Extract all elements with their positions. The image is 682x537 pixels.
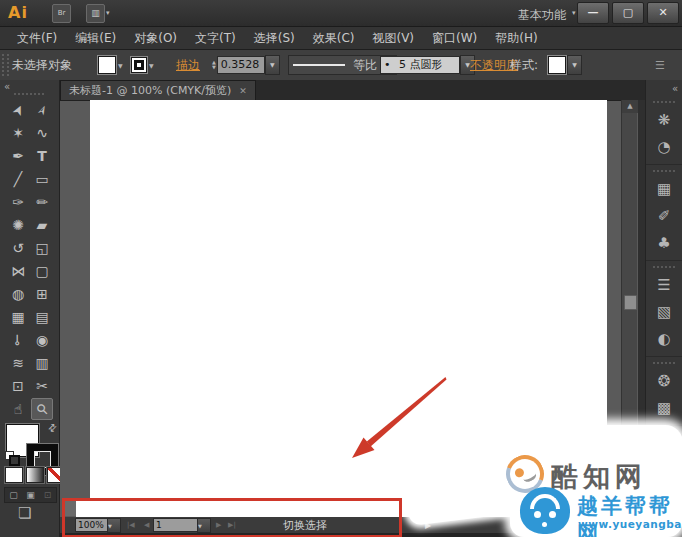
stroke-color-swatch[interactable] [131, 57, 147, 73]
dock-gripper[interactable] [653, 266, 675, 268]
stroke-caret-icon[interactable]: ▼ [149, 62, 154, 69]
zoom-tool[interactable]: ⚲ [31, 398, 53, 420]
hand-tool-icon: ☝ [14, 401, 23, 417]
tab-close-icon[interactable]: ✕ [239, 86, 247, 96]
screen-mode-icon[interactable]: ❏ [18, 504, 31, 522]
brushes-panel-icon[interactable]: ✐ [658, 202, 671, 229]
transparency-panel-icon[interactable]: ◐ [657, 325, 670, 352]
selection-tool[interactable]: ➤ [7, 99, 29, 121]
menu-view[interactable]: 视图(V) [363, 27, 423, 50]
appearance-panel-icon[interactable]: ❂ [658, 367, 671, 394]
workspace-switcher[interactable]: 基本功能 [518, 7, 566, 24]
control-bar-gripper[interactable] [2, 54, 9, 76]
bridge-icon[interactable]: Br [52, 4, 71, 23]
pencil-tool[interactable]: ✏ [31, 191, 53, 213]
color-guide-panel-icon[interactable]: ◔ [657, 133, 670, 160]
maximize-button[interactable]: ▢ [612, 2, 644, 24]
gradient-panel-icon[interactable]: ▧ [657, 298, 671, 325]
width-profile-label: 等比 [353, 57, 377, 74]
color-button[interactable] [5, 467, 23, 483]
draw-normal-icon[interactable]: ▢ [5, 488, 22, 502]
lasso-tool[interactable]: ∿ [31, 122, 53, 144]
workspace-caret-icon[interactable]: ▾ [572, 9, 576, 17]
illustrator-window: Ai Br ▥ ▾ 基本功能 ▾ — ▢ ✕ 文件(F) 编辑(E) 对象(O)… [0, 0, 682, 537]
stepper-down-icon[interactable]: ▼ [212, 65, 216, 70]
fill-color-swatch[interactable] [98, 56, 116, 74]
eraser-tool-icon: ▰ [37, 217, 48, 233]
scroll-up-icon[interactable]: ▲ [622, 100, 638, 113]
tool-panel-collapse-icon[interactable]: « [4, 81, 9, 92]
color-type-buttons [5, 467, 65, 483]
control-panel-menu-icon[interactable]: ☰ [655, 50, 665, 80]
line-segment-tool[interactable]: ╱ [7, 168, 29, 190]
stroke-weight-input[interactable]: 0.3528 [217, 56, 265, 74]
stroke-weight-caret-icon[interactable]: ▼ [265, 55, 280, 75]
pen-tool[interactable]: ✒ [7, 145, 29, 167]
blob-brush-tool[interactable]: ✺ [7, 214, 29, 236]
dock-gripper[interactable] [653, 101, 675, 103]
scale-tool[interactable]: ◱ [31, 237, 53, 259]
line-segment-tool-icon: ╱ [14, 171, 22, 187]
rotate-tool[interactable]: ↺ [7, 237, 29, 259]
width-profile-select[interactable]: 等比 [288, 55, 382, 75]
type-tool[interactable]: T [31, 145, 53, 167]
stroke-panel-link[interactable]: 描边 [176, 50, 200, 80]
style-caret-icon[interactable]: ▼ [567, 55, 582, 75]
fill-caret-icon[interactable]: ▼ [118, 62, 123, 69]
column-graph-tool[interactable]: ▥ [31, 352, 53, 374]
stroke-weight-stepper[interactable]: ▲ ▼ [212, 60, 216, 70]
document-tab-title: 未标题-1 @ 100% (CMYK/预览) [69, 83, 231, 98]
scrollbar-thumb[interactable] [624, 295, 637, 310]
eyedropper-tool[interactable]: ⊸ [7, 329, 29, 351]
control-bar: 未选择对象 ▼ ▼ 描边 ▲ ▼ 0.3528 ▼ 等比 ▼ [0, 50, 682, 81]
tool-panel-gripper[interactable] [14, 93, 44, 95]
symbol-sprayer-tool-icon: ≋ [12, 355, 24, 371]
swap-fill-stroke-icon[interactable]: ⇄ [45, 421, 59, 435]
style-swatch[interactable] [548, 56, 566, 74]
hand-tool[interactable]: ☝ [7, 398, 29, 420]
magic-wand-tool[interactable]: ✶ [7, 122, 29, 144]
default-fill-stroke-icon[interactable] [5, 451, 17, 463]
mesh-tool[interactable]: ▦ [7, 306, 29, 328]
paintbrush-tool[interactable]: ✑ [7, 191, 29, 213]
close-button[interactable]: ✕ [647, 2, 679, 24]
direct-selection-tool[interactable]: ➢ [31, 99, 53, 121]
menu-object[interactable]: 对象(O) [125, 27, 186, 50]
slice-tool[interactable]: ✂ [31, 375, 53, 397]
swatches-panel-icon[interactable]: ▦ [657, 175, 671, 202]
draw-behind-icon[interactable]: ▣ [22, 488, 39, 502]
eraser-tool[interactable]: ▰ [31, 214, 53, 236]
draw-inside-icon[interactable]: ⊡ [39, 488, 56, 502]
menu-window[interactable]: 窗口(W) [423, 27, 486, 50]
menu-edit[interactable]: 编辑(E) [66, 27, 125, 50]
blend-tool[interactable]: ◉ [31, 329, 53, 351]
dock-collapse-icon[interactable]: « [672, 83, 677, 94]
gradient-button[interactable] [26, 467, 44, 483]
menu-type[interactable]: 文字(T) [186, 27, 245, 50]
menu-select[interactable]: 选择(S) [245, 27, 304, 50]
arrange-documents-icon[interactable]: ▥ [86, 4, 105, 23]
minimize-button[interactable]: — [577, 2, 609, 24]
perspective-grid-tool[interactable]: ⊞ [31, 283, 53, 305]
menu-effect[interactable]: 效果(C) [304, 27, 364, 50]
dock-gripper[interactable] [653, 362, 675, 364]
document-tab[interactable]: 未标题-1 @ 100% (CMYK/预览) ✕ [60, 80, 256, 100]
shape-builder-tool[interactable]: ◍ [7, 283, 29, 305]
menu-help[interactable]: 帮助(H) [486, 27, 546, 50]
symbols-panel-icon[interactable]: ♣ [657, 229, 670, 256]
style-label: 样式: [510, 50, 538, 80]
artboard-tool[interactable]: ⊡ [7, 375, 29, 397]
color-panel-icon[interactable]: ❋ [658, 106, 671, 133]
dock-gripper[interactable] [653, 170, 675, 172]
graphic-styles-panel-icon[interactable]: ▩ [657, 394, 671, 421]
brush-select[interactable]: • 5 点圆形 [380, 56, 460, 74]
rectangle-tool[interactable]: ▭ [31, 168, 53, 190]
width-tool[interactable]: ⋈ [7, 260, 29, 282]
symbol-sprayer-tool[interactable]: ≋ [7, 352, 29, 374]
direct-selection-tool-icon: ➢ [32, 101, 51, 118]
arrange-documents-caret-icon[interactable]: ▾ [106, 9, 110, 17]
gradient-tool[interactable]: ▤ [31, 306, 53, 328]
menu-file[interactable]: 文件(F) [8, 27, 66, 50]
free-transform-tool[interactable]: ▢ [31, 260, 53, 282]
stroke-panel-icon[interactable]: ☰ [657, 271, 670, 298]
